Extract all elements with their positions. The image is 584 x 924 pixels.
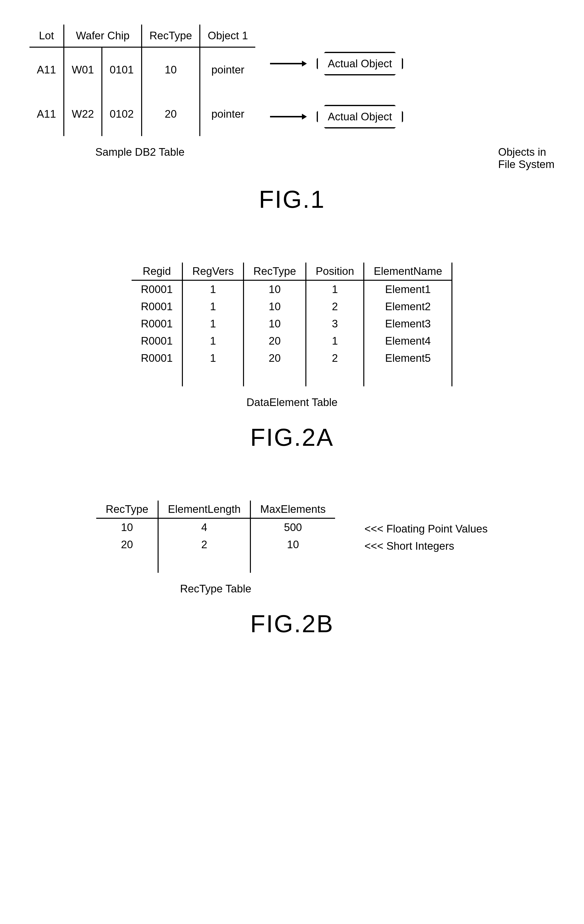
fig2a-hdr: RegVers xyxy=(183,262,243,280)
fig2a-hdr: Regid xyxy=(132,262,183,280)
table-cell: 1 xyxy=(306,332,364,350)
fig1-hdr-lot: Lot xyxy=(30,25,64,47)
arrow-right-icon xyxy=(270,113,307,120)
fig1-cell-lot: A11 xyxy=(30,47,64,92)
fig1-caption-right: Objects in File System xyxy=(498,146,554,170)
actual-object-node: Actual Object xyxy=(317,52,403,76)
fig2a-title: FIG.2A xyxy=(30,423,554,451)
svg-marker-1 xyxy=(302,61,307,66)
fig1-cell-lot: A11 xyxy=(30,92,64,136)
fig2a-hdr: ElementName xyxy=(364,262,452,280)
table-cell: 500 xyxy=(250,518,335,536)
fig2a-table: Regid RegVers RecType Position ElementNa… xyxy=(132,262,452,386)
fig2b-hdr: MaxElements xyxy=(250,500,335,518)
fig2a-hdr: RecType xyxy=(243,262,306,280)
fig1-arrows-and-targets: Actual Object Actual Object xyxy=(270,32,403,129)
table-cell: 10 xyxy=(250,536,335,553)
fig2b-title: FIG.2B xyxy=(30,610,554,638)
table-cell: 2 xyxy=(158,536,250,553)
table-cell: 1 xyxy=(306,280,364,298)
fig2b-hdr: ElementLength xyxy=(158,500,250,518)
fig1-cell-rectype: 10 xyxy=(141,47,200,92)
table-cell: Element3 xyxy=(364,315,452,332)
fig1-hdr-wafer-chip: Wafer Chip xyxy=(64,25,141,47)
figure-2a: Regid RegVers RecType Position ElementNa… xyxy=(30,262,554,451)
arrow-right-icon xyxy=(270,60,307,67)
table-cell: 4 xyxy=(158,518,250,536)
table-cell: 20 xyxy=(243,332,306,350)
fig1-captions: Sample DB2 Table Objects in File System xyxy=(30,146,554,170)
fig1-caption-left: Sample DB2 Table xyxy=(30,146,250,170)
fig2b-caption: RecType Table xyxy=(96,582,335,595)
fig2b-note: <<< Short Integers xyxy=(365,538,488,554)
fig1-cell-chip: 0101 xyxy=(102,47,141,92)
fig2a-caption: DataElement Table xyxy=(30,396,554,408)
table-cell: 10 xyxy=(243,315,306,332)
table-cell: 1 xyxy=(183,350,243,367)
table-cell: 3 xyxy=(306,315,364,332)
table-cell: 2 xyxy=(306,298,364,315)
fig2a-hdr: Position xyxy=(306,262,364,280)
fig1-cell-object: pointer xyxy=(200,92,255,136)
fig1-hdr-object1: Object 1 xyxy=(200,25,255,47)
fig1-cell-wafer: W22 xyxy=(64,92,102,136)
fig1-cell-object: pointer xyxy=(200,47,255,92)
fig1-table: Lot Wafer Chip RecType Object 1 A11 W01 … xyxy=(30,25,255,136)
table-cell: 20 xyxy=(243,350,306,367)
fig1-hdr-rectype: RecType xyxy=(141,25,200,47)
table-cell: 20 xyxy=(96,536,158,553)
table-cell: R0001 xyxy=(132,350,183,367)
table-cell: 1 xyxy=(183,298,243,315)
figure-2b: RecType ElementLength MaxElements 104500… xyxy=(30,500,554,638)
table-cell: R0001 xyxy=(132,315,183,332)
fig2b-note: <<< Floating Point Values xyxy=(365,520,488,538)
fig1-title: FIG.1 xyxy=(30,185,554,213)
table-cell: 1 xyxy=(183,332,243,350)
figure-1: Lot Wafer Chip RecType Object 1 A11 W01 … xyxy=(30,25,554,213)
table-cell: 1 xyxy=(183,280,243,298)
table-cell: Element2 xyxy=(364,298,452,315)
fig2b-side-notes: <<< Floating Point Values <<< Short Inte… xyxy=(365,500,488,555)
fig1-cell-chip: 0102 xyxy=(102,92,141,136)
actual-object-node: Actual Object xyxy=(317,105,403,129)
table-cell: Element5 xyxy=(364,350,452,367)
fig2b-hdr: RecType xyxy=(96,500,158,518)
fig2b-table: RecType ElementLength MaxElements 104500… xyxy=(96,500,335,573)
table-cell: Element1 xyxy=(364,280,452,298)
table-cell: Element4 xyxy=(364,332,452,350)
table-cell: R0001 xyxy=(132,280,183,298)
table-cell: 1 xyxy=(183,315,243,332)
svg-marker-3 xyxy=(302,114,307,120)
table-cell: R0001 xyxy=(132,332,183,350)
fig1-cell-wafer: W01 xyxy=(64,47,102,92)
table-cell: 10 xyxy=(96,518,158,536)
table-cell: 10 xyxy=(243,280,306,298)
table-cell: R0001 xyxy=(132,298,183,315)
table-cell: 2 xyxy=(306,350,364,367)
fig1-pointer-row: Actual Object xyxy=(270,105,403,129)
table-cell: 10 xyxy=(243,298,306,315)
fig1-cell-rectype: 20 xyxy=(141,92,200,136)
fig1-pointer-row: Actual Object xyxy=(270,52,403,76)
fig1-layout-row: Lot Wafer Chip RecType Object 1 A11 W01 … xyxy=(30,25,554,136)
